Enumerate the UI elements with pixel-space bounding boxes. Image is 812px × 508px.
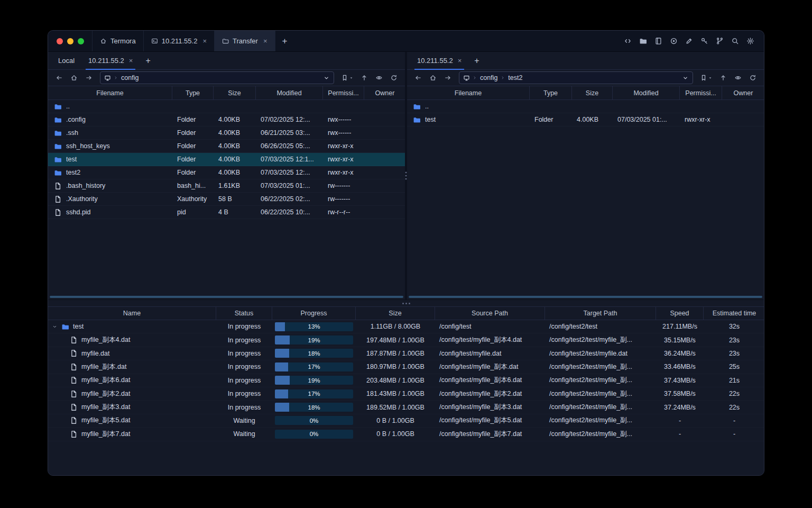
transfer-icon [222, 38, 229, 44]
right-file-pane: 10.211.55.2×+configtest2FilenameTypeSize… [407, 52, 764, 300]
maximize-window-button[interactable] [78, 38, 84, 44]
table-row[interactable]: testFolder4.00KB07/03/2025 12:1...rwxr-x… [48, 153, 405, 166]
transfer-column-progress[interactable]: Progress [272, 307, 356, 320]
go-parent-button[interactable] [716, 71, 730, 84]
table-row[interactable]: ssh_host_keysFolder4.00KB06/26/2025 05:.… [48, 140, 405, 153]
edit-icon[interactable] [683, 35, 695, 47]
column-header-permissi-[interactable]: Permissi... [680, 86, 722, 99]
transfer-column-size[interactable]: Size [356, 307, 435, 320]
scrollbar-thumb[interactable] [409, 296, 762, 298]
table-row[interactable]: sshd.pidpid4 B06/22/2025 10:...rw-r--r-- [48, 206, 405, 219]
back-button[interactable] [52, 71, 66, 84]
titlebar-tab-transfer[interactable]: Transfer× [214, 31, 275, 51]
transfer-row[interactable]: myfile_副本5.datWaiting0%0 B / 1.00GB/conf… [48, 414, 764, 428]
refresh-button[interactable] [746, 71, 760, 84]
left-new-tab-button[interactable]: + [140, 52, 156, 69]
column-header-label: Name [123, 310, 141, 317]
table-row[interactable]: .bash_historybash_hi...1.61KB07/03/2025 … [48, 179, 405, 193]
breadcrumb-segment[interactable]: test2 [508, 74, 523, 81]
transfer-row[interactable]: myfile_副本2.datIn progress17%181.43MB / 1… [48, 387, 764, 401]
transfer-row[interactable]: myfile_副本3.datIn progress18%189.52MB / 1… [48, 401, 764, 414]
path-dropdown-icon[interactable] [682, 75, 689, 81]
close-tab-icon[interactable]: × [202, 38, 207, 44]
notebook-icon[interactable] [652, 35, 664, 47]
forward-button[interactable] [441, 71, 455, 84]
close-tab-icon[interactable]: × [458, 57, 462, 64]
record-icon[interactable] [668, 35, 679, 47]
breadcrumb-segment[interactable]: config [479, 74, 498, 81]
transfer-column-status[interactable]: Status [216, 307, 272, 320]
search-icon[interactable] [729, 35, 741, 47]
table-row[interactable]: test2Folder4.00KB07/03/2025 12:...rwxr-x… [48, 166, 405, 179]
transfer-column-source-path[interactable]: Source Path [435, 307, 545, 320]
vertical-splitter[interactable] [405, 52, 407, 300]
table-row[interactable]: .. [407, 100, 764, 113]
table-row[interactable]: .configFolder4.00KB07/02/2025 12:...rwx-… [48, 113, 405, 126]
branch-icon[interactable] [714, 35, 725, 47]
transfer-column-target-path[interactable]: Target Path [545, 307, 656, 320]
column-header-type[interactable]: Type [172, 86, 214, 99]
titlebar-tab-10-211-55-2[interactable]: 10.211.55.2× [143, 31, 215, 51]
column-header-owner[interactable]: Owner [722, 86, 764, 99]
column-header-size[interactable]: Size [214, 86, 256, 99]
column-header-filename[interactable]: Filename [48, 86, 172, 99]
column-header-filename[interactable]: Filename [407, 86, 530, 99]
column-header-type[interactable]: Type [530, 86, 572, 99]
close-tab-icon[interactable]: × [263, 38, 267, 44]
close-window-button[interactable] [57, 38, 63, 44]
transfer-panel: NameStatusProgressSizeSource PathTarget … [48, 307, 764, 475]
transfer-column-name[interactable]: Name [48, 307, 216, 320]
right-path-bar[interactable]: configtest2 [459, 71, 693, 84]
table-row[interactable]: .XauthorityXauthority58 B06/22/2025 02:.… [48, 193, 405, 206]
titlebar-tab-termora[interactable]: Termora [92, 31, 144, 51]
transfer-row[interactable]: myfile_副本.datIn progress17%180.97MB / 1.… [48, 360, 764, 374]
go-parent-button[interactable] [357, 71, 371, 84]
refresh-button[interactable] [387, 71, 401, 84]
filename-cell: .config [48, 116, 172, 124]
right-tab-10-211-55-2[interactable]: 10.211.55.2× [410, 52, 468, 69]
column-header-modified[interactable]: Modified [256, 86, 323, 99]
transfer-column-speed[interactable]: Speed [656, 307, 704, 320]
expand-caret-icon[interactable] [52, 324, 58, 330]
scrollbar-thumb[interactable] [50, 296, 403, 298]
filename-cell: .Xauthority [48, 195, 172, 203]
table-row[interactable]: .sshFolder4.00KB06/21/2025 03:...rwx----… [48, 126, 405, 140]
transfer-column-estimated-time[interactable]: Estimated time [704, 307, 764, 320]
minimize-window-button[interactable] [67, 38, 73, 44]
path-dropdown-icon[interactable] [323, 75, 330, 81]
table-row[interactable]: testFolder4.00KB07/03/2025 01:...rwxr-xr… [407, 113, 764, 126]
column-header-size[interactable]: Size [572, 86, 613, 99]
close-tab-icon[interactable]: × [129, 57, 133, 64]
transfer-row[interactable]: myfile_副本6.datIn progress19%203.48MB / 1… [48, 374, 764, 387]
right-table-header: FilenameTypeSizeModifiedPermissi...Owner [407, 86, 764, 100]
folder-icon[interactable] [637, 35, 649, 47]
table-row[interactable]: .. [48, 100, 405, 113]
right-new-tab-button[interactable]: + [468, 52, 485, 69]
home-button[interactable] [426, 71, 440, 84]
column-header-owner[interactable]: Owner [364, 86, 405, 99]
column-header-modified[interactable]: Modified [613, 86, 680, 99]
breadcrumb-segment[interactable]: config [121, 74, 139, 81]
new-window-tab-button[interactable]: + [275, 31, 294, 51]
code-icon[interactable] [622, 35, 633, 47]
show-hidden-button[interactable] [731, 71, 745, 84]
bookmark-button[interactable] [697, 71, 715, 84]
transfer-row[interactable]: testIn progress13%1.11GB / 8.00GB/config… [48, 320, 764, 333]
back-button[interactable] [411, 71, 425, 84]
forward-button[interactable] [82, 71, 96, 84]
horizontal-splitter[interactable] [48, 300, 764, 307]
show-hidden-button[interactable] [372, 71, 386, 84]
left-tab-10-211-55-2[interactable]: 10.211.55.2× [81, 52, 140, 69]
target-path-cell: /config/test2/test/myfile_副... [545, 362, 656, 371]
transfer-row[interactable]: myfile_副本4.datIn progress19%197.48MB / 1… [48, 333, 764, 347]
transfer-row[interactable]: myfile_副本7.datWaiting0%0 B / 1.00GB/conf… [48, 428, 764, 441]
bookmark-button[interactable] [338, 71, 356, 84]
left-tab-local[interactable]: Local [51, 52, 81, 69]
transfer-row[interactable]: myfile.datIn progress18%187.87MB / 1.00G… [48, 347, 764, 360]
column-header-permissi-[interactable]: Permissi... [323, 86, 364, 99]
left-path-bar[interactable]: config [100, 71, 334, 84]
key-icon[interactable] [698, 35, 710, 47]
folder-icon [54, 169, 62, 177]
home-button[interactable] [67, 71, 81, 84]
settings-icon[interactable] [744, 35, 756, 47]
